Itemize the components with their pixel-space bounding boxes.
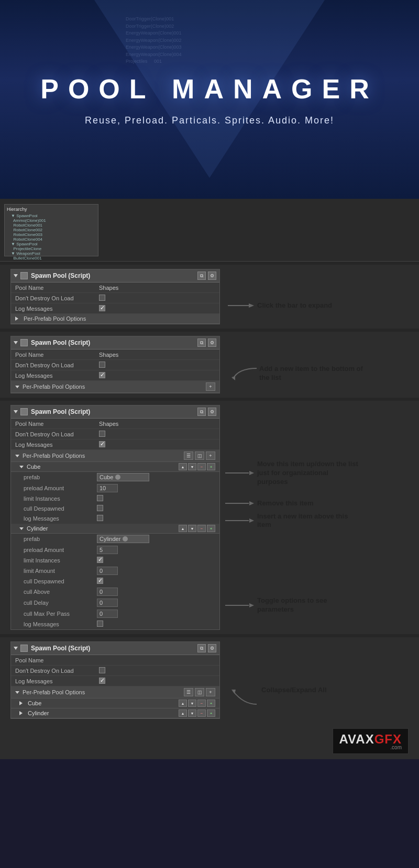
dont-destroy-label-3: Don't Destroy On Load bbox=[15, 431, 99, 437]
prefab-picker-icon-cube[interactable] bbox=[115, 475, 120, 480]
cylinder-preload-field: preload Amount 5 bbox=[11, 545, 219, 556]
settings-btn-3[interactable]: ⚙ bbox=[208, 408, 216, 416]
cylinder-cull-max-field: cull Max Per Pass 0 bbox=[11, 608, 219, 619]
per-prefab-label-1: Per-Prefab Pool Options bbox=[24, 315, 215, 322]
inspector-header-3[interactable]: Spawn Pool (Script) ⧉ ⚙ bbox=[11, 405, 219, 419]
cylinder-prefab-value[interactable]: Cylinder bbox=[97, 535, 149, 543]
panel3-arrow2 bbox=[225, 500, 254, 508]
cube-remove-btn[interactable]: − bbox=[197, 463, 206, 470]
per-prefab-add-btn-3[interactable]: + bbox=[206, 452, 215, 460]
cylinder-prefab-field: prefab Cylinder bbox=[11, 534, 219, 545]
cylinder-cull-checkbox[interactable] bbox=[97, 578, 103, 584]
cylinder-collapsed-insert-btn[interactable]: + bbox=[207, 709, 215, 717]
dont-destroy-value-3 bbox=[99, 431, 215, 438]
per-prefab-collapse-btn[interactable]: ☰ bbox=[184, 688, 193, 696]
dont-destroy-checkbox-1[interactable] bbox=[99, 295, 105, 301]
inspector-header-1[interactable]: Spawn Pool (Script) ⧉ ⚙ bbox=[11, 269, 219, 283]
script-icon-3 bbox=[20, 408, 28, 415]
cube-prefab-value[interactable]: Cube bbox=[97, 473, 149, 481]
log-messages-checkbox-1[interactable] bbox=[99, 305, 105, 311]
cube-insert-btn[interactable]: + bbox=[207, 463, 215, 470]
settings-btn-4[interactable]: ⚙ bbox=[208, 644, 216, 652]
cylinder-collapsed-remove-btn[interactable]: − bbox=[197, 709, 206, 717]
dont-destroy-checkbox-3[interactable] bbox=[99, 431, 105, 437]
cylinder-limit-amount-field: limit Amount 0 bbox=[11, 566, 219, 577]
cylinder-limit-value bbox=[97, 557, 215, 564]
dont-destroy-label-1: Don't Destroy On Load bbox=[15, 295, 99, 301]
inspector-header-2[interactable]: Spawn Pool (Script) ⧉ ⚙ bbox=[11, 336, 219, 350]
panel3-anno1-text: Move this item up/down the list just for… bbox=[254, 460, 359, 487]
cylinder-down-btn[interactable]: ▼ bbox=[188, 525, 196, 532]
per-prefab-expand-btn[interactable]: ◫ bbox=[195, 688, 204, 696]
cylinder-collapsed-header[interactable]: Cylinder ▲ ▼ − + bbox=[11, 708, 219, 718]
per-prefab-add-btn-4[interactable]: + bbox=[206, 688, 215, 696]
cube-cull-value bbox=[97, 505, 215, 512]
cylinder-collapsed-up-btn[interactable]: ▲ bbox=[179, 709, 187, 717]
cube-cull-checkbox[interactable] bbox=[97, 505, 103, 511]
header-btns-2: ⧉ ⚙ bbox=[197, 339, 216, 347]
cylinder-item-header[interactable]: Cylinder ▲ ▼ − + bbox=[11, 524, 219, 534]
settings-btn-2[interactable]: ⚙ bbox=[208, 339, 216, 347]
per-prefab-header-3[interactable]: Per-Prefab Pool Options ☰ ◫ + bbox=[11, 450, 219, 462]
cube-btns: ▲ ▼ − + bbox=[179, 463, 215, 470]
cube-item-header[interactable]: Cube ▲ ▼ − + bbox=[11, 462, 219, 472]
cube-limit-label: limit Instances bbox=[24, 495, 97, 502]
panel-title-1: Spawn Pool (Script) bbox=[31, 272, 194, 279]
cube-preload-value[interactable]: 10 bbox=[97, 484, 118, 492]
prefab-picker-icon-cylinder[interactable] bbox=[123, 536, 128, 542]
cube-log-checkbox[interactable] bbox=[97, 515, 103, 521]
settings-btn-1[interactable]: ⚙ bbox=[208, 272, 216, 280]
log-messages-row-3: Log Messages bbox=[11, 439, 219, 450]
cylinder-log-checkbox[interactable] bbox=[97, 621, 103, 627]
per-prefab-settings-btn[interactable]: ◫ bbox=[195, 452, 204, 460]
cylinder-limit-label: limit Instances bbox=[24, 557, 97, 563]
collapse-triangle-4[interactable] bbox=[14, 647, 18, 650]
log-messages-checkbox-2[interactable] bbox=[99, 372, 105, 378]
log-messages-checkbox-4[interactable] bbox=[99, 678, 105, 684]
cylinder-insert-btn[interactable]: + bbox=[207, 525, 215, 532]
per-prefab-header-2[interactable]: Per-Prefab Pool Options + bbox=[11, 381, 219, 393]
per-prefab-header-1[interactable]: Per-Prefab Pool Options bbox=[11, 314, 219, 324]
cylinder-cull-max-value[interactable]: 0 bbox=[97, 610, 118, 618]
avax-text: AVAX bbox=[339, 732, 374, 746]
inspector-header-4[interactable]: Spawn Pool (Script) ⧉ ⚙ bbox=[11, 642, 219, 655]
copy-btn-3[interactable]: ⧉ bbox=[197, 408, 206, 416]
collapse-triangle-1[interactable] bbox=[14, 274, 18, 277]
copy-btn-4[interactable]: ⧉ bbox=[197, 644, 206, 652]
panel3-annotations: Move this item up/down the list just for… bbox=[223, 405, 359, 614]
cube-limit-checkbox[interactable] bbox=[97, 495, 103, 501]
log-messages-checkbox-3[interactable] bbox=[99, 441, 105, 447]
copy-btn-1[interactable]: ⧉ bbox=[197, 272, 206, 280]
cylinder-up-btn[interactable]: ▲ bbox=[179, 525, 187, 532]
cube-collapsed-remove-btn[interactable]: − bbox=[197, 700, 206, 707]
per-prefab-triangle-3 bbox=[15, 455, 19, 457]
per-prefab-add-btn-2[interactable]: + bbox=[206, 382, 215, 391]
cylinder-preload-value[interactable]: 5 bbox=[97, 546, 118, 554]
collapse-triangle-2[interactable] bbox=[14, 341, 18, 344]
cube-collapsed-header[interactable]: Cube ▲ ▼ − + bbox=[11, 698, 219, 708]
cylinder-cull-above-value[interactable]: 0 bbox=[97, 588, 118, 596]
dont-destroy-checkbox-2[interactable] bbox=[99, 362, 105, 368]
per-prefab-header-4[interactable]: Per-Prefab Pool Options ☰ ◫ + bbox=[11, 686, 219, 698]
cylinder-remove-btn[interactable]: − bbox=[197, 525, 206, 532]
cube-up-btn[interactable]: ▲ bbox=[179, 463, 187, 470]
per-prefab-list-btn[interactable]: ☰ bbox=[184, 452, 193, 460]
inspector-panel-4: Spawn Pool (Script) ⧉ ⚙ Pool Name Don't … bbox=[10, 641, 220, 719]
cylinder-collapsed-down-btn[interactable]: ▼ bbox=[188, 709, 196, 717]
inspector-panel-2: Spawn Pool (Script) ⧉ ⚙ Pool Name Shapes… bbox=[10, 336, 220, 393]
dont-destroy-checkbox-4[interactable] bbox=[99, 667, 105, 673]
log-messages-label-3: Log Messages bbox=[15, 442, 99, 448]
cylinder-cull-delay-value[interactable]: 0 bbox=[97, 599, 118, 607]
cylinder-triangle bbox=[19, 527, 24, 530]
cube-collapsed-insert-btn[interactable]: + bbox=[207, 700, 215, 707]
panel4-arrow bbox=[228, 686, 259, 707]
cube-collapsed-up-btn[interactable]: ▲ bbox=[179, 700, 187, 707]
cylinder-limit-checkbox[interactable] bbox=[97, 557, 103, 563]
cube-down-btn[interactable]: ▼ bbox=[188, 463, 196, 470]
copy-btn-2[interactable]: ⧉ bbox=[197, 339, 206, 347]
collapse-triangle-3[interactable] bbox=[14, 410, 18, 413]
cylinder-cull-label: cull Despawned bbox=[24, 578, 97, 584]
cube-collapsed-down-btn[interactable]: ▼ bbox=[188, 700, 196, 707]
cylinder-limit-amount-value[interactable]: 0 bbox=[97, 567, 118, 575]
panel3-anno4: Toggle options to see parameters bbox=[225, 596, 359, 614]
